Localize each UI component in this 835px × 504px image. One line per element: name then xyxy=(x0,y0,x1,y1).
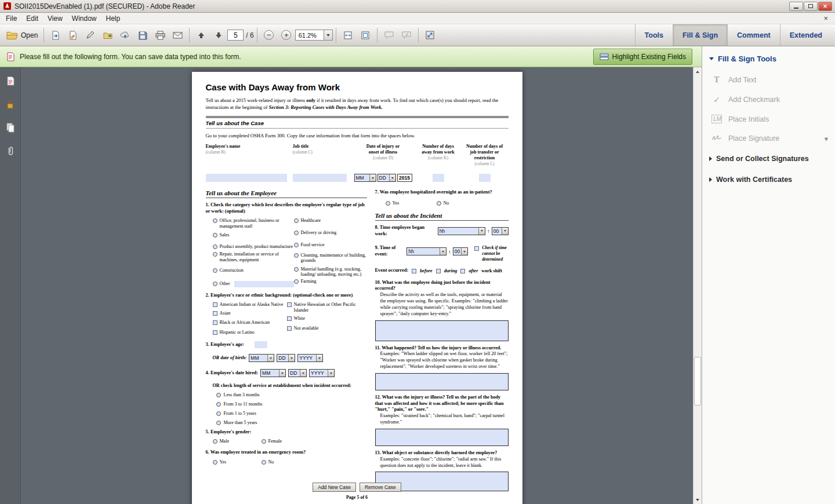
dob-day-select[interactable]: DD xyxy=(277,354,295,362)
zoom-level-input[interactable]: 61.2% xyxy=(295,30,324,41)
highlight-fields-button[interactable]: Highlight Existing Fields xyxy=(593,49,692,65)
time-event-hour-select[interactable]: hh xyxy=(406,247,446,255)
days-restriction-field[interactable] xyxy=(479,174,491,182)
fit-page-button[interactable] xyxy=(357,27,374,44)
q2-hispanic-checkbox[interactable] xyxy=(213,330,217,335)
menu-help[interactable]: Help xyxy=(101,13,125,24)
next-page-button[interactable] xyxy=(210,27,227,44)
q1-office-radio[interactable] xyxy=(213,218,217,223)
gender-male-radio[interactable] xyxy=(213,439,217,444)
share-button[interactable] xyxy=(99,27,117,44)
q1-delivery-radio[interactable] xyxy=(294,231,299,235)
zoom-out-button[interactable]: − xyxy=(260,27,278,44)
fit-width-button[interactable] xyxy=(339,27,357,44)
days-away-field[interactable] xyxy=(433,174,444,182)
menu-file[interactable]: File xyxy=(1,13,21,24)
minimize-button[interactable] xyxy=(789,2,803,11)
sign-button[interactable] xyxy=(82,27,99,44)
q2-white-checkbox[interactable] xyxy=(287,316,292,321)
remove-case-button[interactable]: Remove Case xyxy=(360,483,401,492)
q7-no-radio[interactable] xyxy=(437,201,441,206)
zoom-in-button[interactable]: + xyxy=(278,27,295,44)
gender-female-radio[interactable] xyxy=(262,439,266,444)
save-button[interactable] xyxy=(134,27,151,44)
scroll-down-button[interactable] xyxy=(694,495,702,504)
q1-other-field[interactable] xyxy=(234,281,294,287)
q1-healthcare-radio[interactable] xyxy=(294,218,299,223)
q2-american-indian-checkbox[interactable] xyxy=(213,302,217,307)
job-title-field[interactable] xyxy=(293,174,347,182)
print-button[interactable] xyxy=(151,27,169,44)
extended-tab[interactable]: Extended xyxy=(780,24,832,46)
q7-yes-radio[interactable] xyxy=(386,201,390,206)
comment-tab[interactable]: Comment xyxy=(727,24,780,46)
restore-button[interactable] xyxy=(804,2,818,11)
add-checkmark-tool[interactable]: ✓ Add Checkmark xyxy=(702,90,835,109)
injury-day-select[interactable]: DD xyxy=(377,174,396,182)
page-number-input[interactable]: 5 xyxy=(227,30,244,41)
annotate-button[interactable] xyxy=(398,27,415,44)
time-event-minute-select[interactable]: 00 xyxy=(453,247,468,255)
q2-native-hawaiian-checkbox[interactable] xyxy=(287,302,292,307)
menu-view[interactable]: View xyxy=(43,13,67,24)
q12-answer-textarea[interactable] xyxy=(375,429,509,446)
add-text-tool[interactable]: T Add Text xyxy=(702,70,835,90)
q1-farming-radio[interactable] xyxy=(294,279,299,284)
chevron-down-icon[interactable]: ▾ xyxy=(825,134,828,143)
time-undetermined-checkbox[interactable] xyxy=(474,246,479,251)
hired-day-select[interactable]: DD xyxy=(288,369,307,377)
sticky-note-button[interactable] xyxy=(380,27,398,44)
employee-age-field[interactable] xyxy=(255,341,267,348)
time-began-minute-select[interactable]: 00 xyxy=(492,227,509,235)
panel-header[interactable]: Fill & Sign Tools xyxy=(702,46,835,70)
q6-no-radio[interactable] xyxy=(262,460,266,465)
hired-year-select[interactable]: YYYY xyxy=(309,369,335,377)
scroll-up-button[interactable] xyxy=(694,67,702,76)
event-during-checkbox[interactable] xyxy=(436,269,441,273)
q2-asian-checkbox[interactable] xyxy=(213,311,217,316)
q1-food-radio[interactable] xyxy=(294,243,299,247)
service-3-11mo-radio[interactable] xyxy=(216,402,221,407)
service-1-5yr-radio[interactable] xyxy=(216,411,221,416)
service-less-3mo-radio[interactable] xyxy=(216,393,221,397)
service-more-5yr-radio[interactable] xyxy=(216,421,221,425)
send-collect-signatures-section[interactable]: Send or Collect Signatures xyxy=(702,148,835,169)
document-area[interactable]: Case with Days Away from Work Tell us ab… xyxy=(21,67,693,504)
fullscreen-button[interactable] xyxy=(422,27,439,44)
dob-year-select[interactable]: YYYY xyxy=(297,354,323,362)
previous-page-button[interactable] xyxy=(193,27,210,44)
injury-month-select[interactable]: MM xyxy=(354,174,376,182)
close-button[interactable]: ✕ xyxy=(818,2,832,11)
time-began-hour-select[interactable]: hh xyxy=(438,227,485,235)
page-thumbnails-button[interactable] xyxy=(5,75,16,87)
create-pdf-button[interactable] xyxy=(64,27,82,44)
dob-month-select[interactable]: MM xyxy=(249,354,274,362)
add-new-case-button[interactable]: Add New Case xyxy=(313,483,356,492)
work-with-certificates-section[interactable]: Work with Certificates xyxy=(702,169,835,190)
close-document-icon[interactable]: × xyxy=(818,14,834,23)
fill-sign-tab[interactable]: Fill & Sign xyxy=(673,24,727,46)
tools-tab[interactable]: Tools xyxy=(635,24,673,46)
place-signature-tool[interactable]: Place Signature ▾ xyxy=(702,129,835,148)
event-after-checkbox[interactable] xyxy=(460,269,465,273)
q1-material-radio[interactable] xyxy=(294,267,299,272)
cloud-upload-button[interactable] xyxy=(117,27,134,44)
q6-yes-radio[interactable] xyxy=(213,460,217,465)
attachments-button[interactable] xyxy=(5,145,16,156)
q11-answer-textarea[interactable] xyxy=(375,373,509,390)
q1-repair-radio[interactable] xyxy=(213,252,217,257)
menu-edit[interactable]: Edit xyxy=(21,13,43,24)
pages-button[interactable] xyxy=(5,122,16,133)
place-initials-tool[interactable]: LM Place Initials xyxy=(702,109,835,129)
vertical-scrollbar[interactable] xyxy=(693,67,702,504)
menu-window[interactable]: Window xyxy=(67,13,101,24)
q1-sales-radio[interactable] xyxy=(213,233,217,238)
event-before-checkbox[interactable] xyxy=(412,269,416,273)
q1-cleaning-radio[interactable] xyxy=(294,253,299,258)
scrollbar-thumb[interactable] xyxy=(694,357,701,406)
q1-product-radio[interactable] xyxy=(213,244,217,249)
security-button[interactable] xyxy=(5,98,16,110)
email-button[interactable] xyxy=(169,27,186,44)
q10-answer-textarea[interactable] xyxy=(375,320,509,341)
zoom-dropdown-button[interactable] xyxy=(324,30,333,41)
